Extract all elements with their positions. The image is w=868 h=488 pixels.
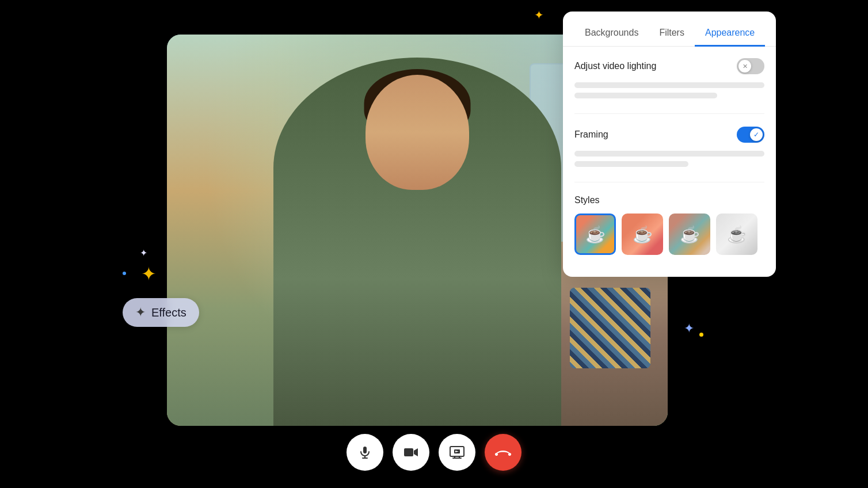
adjust-lighting-label: Adjust video lighting (574, 61, 656, 71)
style-cool-thumb[interactable]: ☕ (669, 214, 710, 255)
framing-label: Framing (574, 129, 608, 140)
framing-toggle[interactable]: ✓ (737, 127, 764, 143)
tab-filters[interactable]: Filters (649, 21, 695, 47)
styles-grid: ☕ ☕ ☕ ☕ (574, 214, 764, 255)
toggle-thumb-on: ✓ (750, 128, 763, 141)
call-end-icon (494, 448, 512, 456)
style-original-thumb[interactable]: ☕ (574, 214, 616, 255)
styles-label: Styles (574, 195, 764, 205)
svg-rect-3 (404, 448, 413, 456)
style-original-art: ☕ (576, 215, 614, 253)
effects-panel: Backgrounds Filters Appearence Adjust vi… (563, 12, 776, 277)
sparkle-blue-right-icon: ✦ (684, 321, 694, 336)
sparkles-icon: ✦ (135, 305, 146, 320)
microphone-button[interactable] (347, 434, 383, 471)
adjust-lighting-section: Adjust video lighting ✕ (574, 58, 764, 114)
scene: ✦ Effects ✦ ✦ ✦ ✦ Backgrounds Filters Ap… (0, 0, 868, 488)
person-head (366, 75, 469, 190)
cushion-decoration (570, 288, 650, 368)
style-cool-art: ☕ (669, 214, 710, 255)
style-warm-art: ☕ (622, 214, 663, 255)
sparkle-blue-dot (123, 272, 126, 275)
sparkle-star-icon: ✦ (534, 8, 544, 22)
style-bw-art: ☕ (716, 214, 757, 255)
end-call-button[interactable] (485, 434, 521, 471)
panel-content: Adjust video lighting ✕ Framing (563, 47, 776, 277)
mic-icon (358, 445, 372, 459)
skeleton-line-1 (574, 82, 764, 88)
camera-button[interactable] (393, 434, 429, 471)
toggle-x-icon: ✕ (743, 63, 748, 70)
present-icon (450, 446, 465, 459)
skeleton-line-2 (574, 93, 717, 98)
tab-appearence[interactable]: Appearence (695, 21, 765, 47)
sparkle-white-icon: ✦ (140, 247, 147, 258)
person-silhouette (273, 58, 561, 426)
toggle-check-icon: ✓ (753, 131, 759, 139)
toggle-thumb-off: ✕ (738, 60, 751, 73)
present-button[interactable] (439, 434, 475, 471)
sparkle-yellow-dot (699, 333, 703, 337)
sparkle-gold-icon: ✦ (141, 265, 157, 283)
adjust-lighting-toggle[interactable]: ✕ (737, 58, 764, 74)
videocam-icon (403, 447, 418, 458)
framing-section: Framing ✓ (574, 127, 764, 182)
adjust-lighting-row: Adjust video lighting ✕ (574, 58, 764, 74)
framing-row: Framing ✓ (574, 127, 764, 143)
styles-section: Styles ☕ ☕ ☕ ☕ (574, 195, 764, 265)
style-bw-thumb[interactable]: ☕ (716, 214, 757, 255)
svg-marker-4 (414, 448, 418, 456)
skeleton-line-4 (574, 161, 688, 167)
panel-tabs: Backgrounds Filters Appearence (563, 12, 776, 47)
tab-backgrounds[interactable]: Backgrounds (574, 21, 649, 47)
effects-button[interactable]: ✦ Effects (123, 298, 199, 327)
controls-bar (347, 434, 521, 471)
effects-button-label: Effects (151, 306, 186, 319)
svg-rect-0 (363, 447, 367, 453)
skeleton-line-3 (574, 151, 764, 157)
style-warm-thumb[interactable]: ☕ (622, 214, 663, 255)
